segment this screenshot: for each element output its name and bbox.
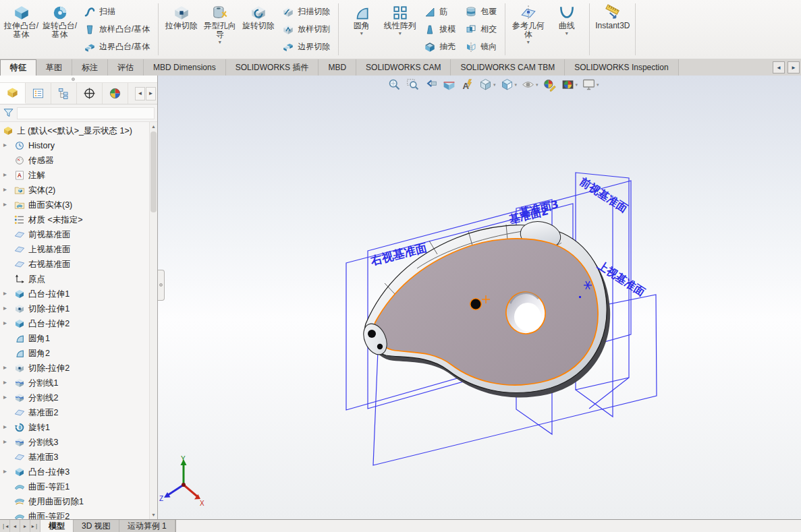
ribbon-button[interactable]: 线性阵列▾ [381, 1, 419, 57]
tab-特征[interactable]: 特征 [0, 59, 36, 76]
tree-item-材质 <未指定>[interactable]: 材质 <未指定> [0, 212, 157, 227]
dropdown-arrow-icon[interactable]: ▾ [527, 40, 530, 45]
dropdown-arrow-icon[interactable]: ▾ [597, 82, 599, 88]
ribbon-button[interactable]: 镜向 [460, 38, 501, 56]
tab-SOLIDWORKS CAM[interactable]: SOLIDWORKS CAM [356, 59, 451, 76]
tab-标注[interactable]: 标注 [72, 59, 108, 76]
tree-item-基准面2[interactable]: 基准面2 [0, 405, 157, 420]
dimxpertmanager-tab[interactable] [77, 83, 103, 104]
dropdown-arrow-icon[interactable]: ▾ [515, 82, 518, 88]
expand-arrow-icon[interactable]: ▸ [3, 423, 7, 430]
displaymanager-tab[interactable] [103, 83, 128, 104]
dropdown-arrow-icon[interactable]: ▾ [565, 31, 568, 36]
tree-item-曲面-等距2[interactable]: 曲面-等距2 [0, 509, 157, 519]
face-small-hole[interactable] [470, 299, 481, 309]
tree-item-切除-拉伸2[interactable]: ▸切除-拉伸2 [0, 361, 157, 376]
ribbon-button[interactable]: 旋转凸台/基体 [40, 1, 79, 57]
ribbon-button[interactable]: 圆角▾ [342, 1, 381, 57]
dropdown-arrow-icon[interactable]: ▾ [399, 31, 402, 36]
ribbon-button[interactable]: 拔模 [419, 21, 460, 38]
section-view-button[interactable] [441, 76, 458, 93]
scroll-up-icon[interactable]: ▲ [150, 122, 157, 131]
expand-arrow-icon[interactable]: ▸ [3, 141, 7, 148]
featuremanager-tab[interactable] [0, 83, 26, 104]
selected-front-face[interactable] [374, 239, 598, 385]
annotation-visibility-button[interactable]: A [459, 76, 476, 93]
hide-show-button[interactable]: ▾ [520, 76, 540, 93]
tree-item-曲面-等距1[interactable]: 曲面-等距1 [0, 479, 157, 494]
ribbon-button[interactable]: 旋转切除 [239, 1, 277, 57]
end-cap-hole-large[interactable] [368, 330, 376, 338]
dropdown-arrow-icon[interactable]: ▾ [493, 82, 496, 88]
ribbon-button[interactable]: 边界凸台/基体 [79, 38, 155, 56]
tree-scrollbar[interactable]: ▲▼ [149, 122, 157, 519]
expand-arrow-icon[interactable]: ▸ [3, 171, 7, 178]
tree-item-使用曲面切除1[interactable]: 使用曲面切除1 [0, 494, 157, 509]
ribbon-button[interactable]: 扫描 [79, 3, 155, 21]
propertymanager-tab[interactable] [26, 83, 51, 104]
tree-item-右视基准面[interactable]: 右视基准面 [0, 257, 157, 272]
ribbon-button[interactable]: 放样凸台/基体 [79, 21, 155, 38]
previous-view-button[interactable] [422, 76, 439, 93]
expand-arrow-icon[interactable]: ▸ [3, 289, 7, 297]
tree-item-圆角1[interactable]: 圆角1 [0, 331, 157, 346]
tab-SOLIDWORKS 插件[interactable]: SOLIDWORKS 插件 [226, 59, 319, 76]
tree-item-凸台-拉伸2[interactable]: ▸凸台-拉伸2 [0, 316, 157, 331]
tab-草图[interactable]: 草图 [36, 59, 72, 76]
expand-arrow-icon[interactable]: ▸ [3, 185, 7, 193]
view-orientation-button[interactable]: ▾ [477, 76, 497, 93]
tree-item-圆角2[interactable]: 圆角2 [0, 346, 157, 361]
ribbon-button[interactable]: 包覆 [460, 3, 501, 21]
tree-item-前视基准面[interactable]: 前视基准面 [0, 227, 157, 242]
tree-item-分割线3[interactable]: ▸分割线3 [0, 435, 157, 450]
ribbon-button[interactable]: Instant3D [593, 1, 632, 57]
commandmanager-collapse-left-button[interactable]: ◄ [773, 61, 785, 73]
expand-arrow-icon[interactable]: ▸ [3, 378, 7, 386]
expand-arrow-icon[interactable]: ▸ [3, 438, 7, 445]
tree-item-凸台-拉伸1[interactable]: ▸凸台-拉伸1 [0, 287, 157, 301]
ribbon-button[interactable]: 曲线▾ [547, 1, 586, 57]
scrollbar-thumb[interactable] [150, 131, 157, 212]
manager-scroll-left-button[interactable]: ◄ [135, 87, 145, 100]
tree-item-曲面实体(3)[interactable]: ▸曲面实体(3) [0, 198, 157, 212]
tree-item-上视基准面[interactable]: 上视基准面 [0, 242, 157, 257]
ribbon-button[interactable]: 相交 [460, 21, 501, 38]
motion-last-button[interactable]: ▸❘ [30, 520, 40, 532]
manager-scroll-right-button[interactable]: ► [146, 87, 156, 100]
tab-评估[interactable]: 评估 [108, 59, 144, 76]
motion-prev-button[interactable]: ◂ [10, 520, 20, 532]
tree-item-旋转1[interactable]: ▸旋转1 [0, 420, 157, 435]
tree-item-注解[interactable]: ▸A注解 [0, 168, 157, 183]
model-scene[interactable]: 右视基准面 基准面2 基准面3 前视基准面 上视基准面 Y Z X [158, 76, 801, 519]
bottom-tab-3D 视图[interactable]: 3D 视图 [74, 520, 119, 532]
ribbon-button[interactable]: 异型孔向导▾ [200, 1, 239, 57]
tree-item-分割线1[interactable]: ▸分割线1 [0, 376, 157, 390]
view-settings-button[interactable]: ▾ [580, 76, 601, 93]
commandmanager-collapse-right-button[interactable]: ► [788, 61, 800, 73]
expand-arrow-icon[interactable]: ▸ [3, 304, 7, 312]
ribbon-button[interactable]: 筋 [419, 3, 460, 21]
tab-MBD[interactable]: MBD [319, 59, 356, 76]
filter-input[interactable] [17, 107, 155, 119]
ribbon-button[interactable]: 放样切割 [277, 21, 335, 38]
expand-arrow-icon[interactable]: ▸ [3, 393, 7, 401]
ribbon-button[interactable]: 参考几何体▾ [509, 1, 547, 57]
graphics-area[interactable]: A▾▾▾▾▾ [158, 76, 801, 519]
dropdown-arrow-icon[interactable]: ▾ [219, 40, 221, 45]
scroll-down-icon[interactable]: ▼ [150, 510, 157, 519]
tree-item-凸台-拉伸3[interactable]: ▸凸台-拉伸3 [0, 465, 157, 479]
expand-arrow-icon[interactable]: ▸ [3, 467, 7, 475]
tree-item-传感器[interactable]: 传感器 [0, 153, 157, 168]
front-plane-label[interactable]: 前视基准面 [577, 175, 630, 215]
filter-funnel-icon[interactable] [3, 107, 14, 119]
model-body[interactable] [359, 218, 610, 397]
dropdown-arrow-icon[interactable]: ▾ [536, 82, 538, 88]
tree-item-History[interactable]: ▸History [0, 138, 157, 153]
expand-arrow-icon[interactable]: ▸ [3, 363, 7, 371]
ribbon-button[interactable]: 拉伸凸台/基体 [2, 1, 40, 57]
tab-MBD Dimensions[interactable]: MBD Dimensions [144, 59, 226, 76]
ribbon-button[interactable]: 扫描切除 [277, 3, 335, 21]
panel-collapse-handle[interactable] [158, 270, 165, 301]
tab-SOLIDWORKS CAM TBM[interactable]: SOLIDWORKS CAM TBM [451, 59, 565, 76]
ribbon-button[interactable]: 抽壳 [419, 38, 460, 56]
